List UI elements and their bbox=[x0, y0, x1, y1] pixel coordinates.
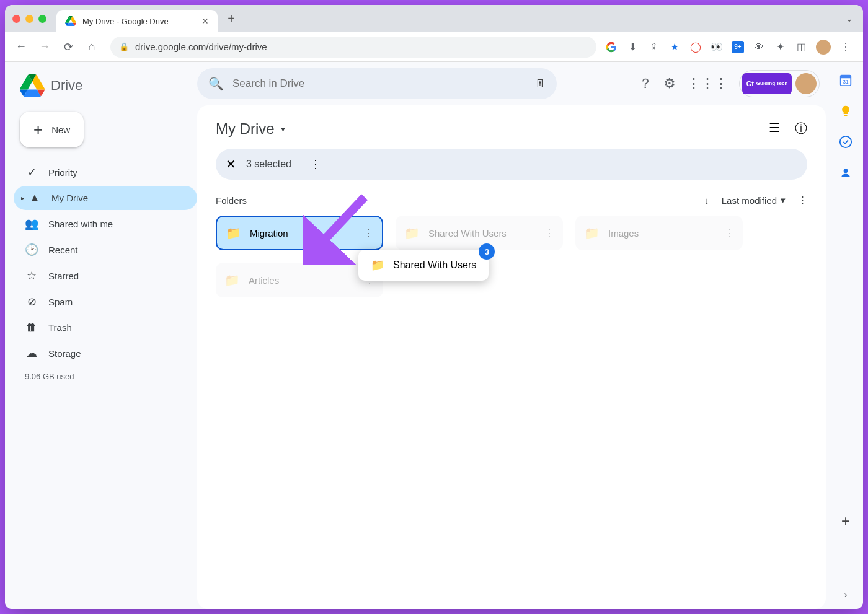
svg-text:31: 31 bbox=[843, 79, 849, 85]
close-window-button[interactable] bbox=[12, 15, 20, 23]
new-tab-button[interactable]: + bbox=[223, 12, 240, 26]
browser-toolbar: ← → ⟳ ⌂ 🔒 drive.google.com/drive/my-driv… bbox=[5, 32, 863, 62]
maximize-window-button[interactable] bbox=[38, 15, 46, 23]
browser-window: My Drive - Google Drive ✕ + ⌄ ← → ⟳ ⌂ 🔒 … bbox=[5, 5, 863, 609]
address-bar[interactable]: 🔒 drive.google.com/drive/my-drive bbox=[110, 37, 596, 58]
extension-2-icon[interactable]: 👀 bbox=[711, 41, 723, 53]
extensions-menu-icon[interactable]: ✦ bbox=[774, 41, 786, 53]
folder-more-icon[interactable]: ⋮ bbox=[363, 227, 373, 239]
folder-grid: 📁 Migration ⋮ 📁 Shared With Users ⋮ 📁 Im… bbox=[216, 216, 807, 297]
content-area: My Drive ▾ ☰ ⓘ ✕ 3 selected ⋮ Folders ↓ bbox=[197, 105, 826, 609]
extension-icons: ⬇ ⇪ ★ ◯ 👀 9+ 👁 ✦ ◫ ⋮ bbox=[605, 40, 852, 55]
folder-card-shared[interactable]: 📁 Shared With Users ⋮ bbox=[396, 216, 563, 250]
browser-tab[interactable]: My Drive - Google Drive ✕ bbox=[56, 10, 218, 32]
search-input[interactable] bbox=[232, 77, 526, 90]
sidebar: Drive + New ✓ Priority ▸ ▲ My Drive 👥 Sh bbox=[5, 62, 197, 609]
breadcrumb[interactable]: My Drive ▾ bbox=[216, 120, 807, 138]
org-badge: GtGuiding Tech bbox=[742, 73, 792, 94]
tabs-dropdown-icon[interactable]: ⌄ bbox=[846, 14, 853, 24]
folder-name: Articles bbox=[249, 275, 356, 286]
sidebar-item-shared[interactable]: 👥 Shared with me bbox=[14, 211, 197, 236]
folder-name: Shared With Users bbox=[428, 228, 536, 239]
folder-icon: 📁 bbox=[584, 226, 600, 240]
sidebar-item-label: Storage bbox=[48, 348, 81, 359]
chrome-menu-icon[interactable]: ⋮ bbox=[839, 41, 852, 53]
google-icon[interactable] bbox=[605, 41, 618, 53]
sidepanel-icon[interactable]: ◫ bbox=[795, 41, 807, 53]
new-button[interactable]: + New bbox=[20, 112, 84, 147]
selection-bar: ✕ 3 selected ⋮ bbox=[216, 149, 807, 180]
help-icon[interactable]: ？ bbox=[639, 74, 652, 93]
share-icon[interactable]: ⇪ bbox=[647, 41, 660, 53]
extension-3-icon[interactable]: 9+ bbox=[732, 41, 744, 53]
sidebar-item-storage[interactable]: ☁ Storage bbox=[14, 341, 197, 366]
sidebar-item-trash[interactable]: 🗑 Trash bbox=[14, 315, 197, 340]
sidebar-item-starred[interactable]: ☆ Starred bbox=[14, 263, 197, 288]
folder-name: Migration bbox=[250, 228, 355, 239]
new-button-label: New bbox=[51, 125, 70, 135]
sidebar-item-label: My Drive bbox=[51, 193, 88, 203]
sidebar-item-label: Priority bbox=[48, 167, 78, 178]
view-controls: ☰ ⓘ bbox=[769, 120, 807, 137]
apps-grid-icon[interactable]: ⋮⋮⋮ bbox=[687, 76, 728, 92]
folder-more-icon[interactable]: ⋮ bbox=[724, 227, 734, 239]
drive-app: Drive + New ✓ Priority ▸ ▲ My Drive 👥 Sh bbox=[5, 62, 863, 609]
settings-gear-icon[interactable]: ⚙ bbox=[663, 76, 676, 92]
folder-icon: 📁 bbox=[224, 273, 240, 287]
collapse-panel-icon[interactable]: › bbox=[844, 589, 847, 600]
folder-name: Images bbox=[608, 228, 715, 239]
home-button[interactable]: ⌂ bbox=[82, 37, 102, 57]
folder-card-images[interactable]: 📁 Images ⋮ bbox=[575, 216, 743, 250]
info-icon[interactable]: ⓘ bbox=[795, 120, 807, 137]
url-text: drive.google.com/drive/my-drive bbox=[135, 42, 588, 52]
folder-icon: 📁 bbox=[226, 226, 241, 240]
sidebar-item-spam[interactable]: ⊘ Spam bbox=[14, 289, 197, 314]
tab-title: My Drive - Google Drive bbox=[82, 17, 195, 26]
storage-used-text: 9.06 GB used bbox=[14, 366, 197, 387]
extension-1-icon[interactable]: ◯ bbox=[689, 41, 702, 53]
sort-direction-icon[interactable]: ↓ bbox=[704, 195, 709, 206]
folder-icon: 📁 bbox=[371, 258, 384, 272]
sidebar-item-priority[interactable]: ✓ Priority bbox=[14, 160, 197, 185]
list-view-icon[interactable]: ☰ bbox=[769, 120, 780, 137]
top-bar: 🔍 🎚 ？ ⚙ ⋮⋮⋮ GtGuiding Tech bbox=[197, 68, 828, 105]
spam-icon: ⊘ bbox=[25, 295, 38, 309]
minimize-window-button[interactable] bbox=[25, 15, 33, 23]
folder-more-icon[interactable]: ⋮ bbox=[544, 227, 554, 239]
clear-selection-icon[interactable]: ✕ bbox=[226, 157, 236, 172]
bookmark-star-icon[interactable]: ★ bbox=[668, 41, 681, 53]
drive-icon: ▲ bbox=[28, 191, 42, 204]
sort-by-button[interactable]: Last modified ▾ bbox=[722, 195, 786, 206]
folder-card-migration[interactable]: 📁 Migration ⋮ bbox=[216, 216, 383, 250]
drive-brand[interactable]: Drive bbox=[14, 68, 197, 108]
section-title: Folders bbox=[216, 195, 247, 206]
tasks-icon[interactable] bbox=[839, 135, 852, 149]
selection-more-icon[interactable]: ⋮ bbox=[310, 157, 321, 171]
add-addon-icon[interactable]: + bbox=[841, 512, 850, 530]
star-icon: ☆ bbox=[25, 269, 38, 283]
back-button[interactable]: ← bbox=[11, 37, 31, 57]
profile-avatar[interactable] bbox=[816, 40, 831, 55]
forward-button[interactable]: → bbox=[35, 37, 55, 57]
extension-4-icon[interactable]: 👁 bbox=[753, 41, 765, 53]
expand-caret-icon[interactable]: ▸ bbox=[21, 195, 24, 201]
calendar-icon[interactable]: 31 bbox=[839, 73, 852, 87]
sidebar-item-recent[interactable]: 🕑 Recent bbox=[14, 237, 197, 262]
sidebar-item-my-drive[interactable]: ▸ ▲ My Drive bbox=[14, 186, 197, 210]
account-switcher[interactable]: GtGuiding Tech bbox=[739, 70, 820, 97]
close-tab-icon[interactable]: ✕ bbox=[202, 16, 209, 26]
folder-icon: 📁 bbox=[404, 226, 420, 240]
sidebar-item-label: Trash bbox=[48, 322, 72, 333]
browser-tab-strip: My Drive - Google Drive ✕ + ⌄ bbox=[5, 5, 863, 32]
more-options-icon[interactable]: ⋮ bbox=[798, 195, 807, 206]
search-bar[interactable]: 🔍 🎚 bbox=[197, 68, 557, 99]
selection-count: 3 selected bbox=[246, 159, 291, 170]
download-icon[interactable]: ⬇ bbox=[626, 41, 639, 53]
keep-icon[interactable] bbox=[839, 104, 852, 118]
search-options-icon[interactable]: 🎚 bbox=[534, 77, 546, 90]
contacts-icon[interactable] bbox=[839, 166, 852, 180]
drag-count-badge: 3 bbox=[479, 243, 495, 260]
sort-controls: ↓ Last modified ▾ ⋮ bbox=[704, 195, 807, 206]
reload-button[interactable]: ⟳ bbox=[58, 37, 78, 57]
sidebar-item-label: Starred bbox=[48, 271, 79, 281]
